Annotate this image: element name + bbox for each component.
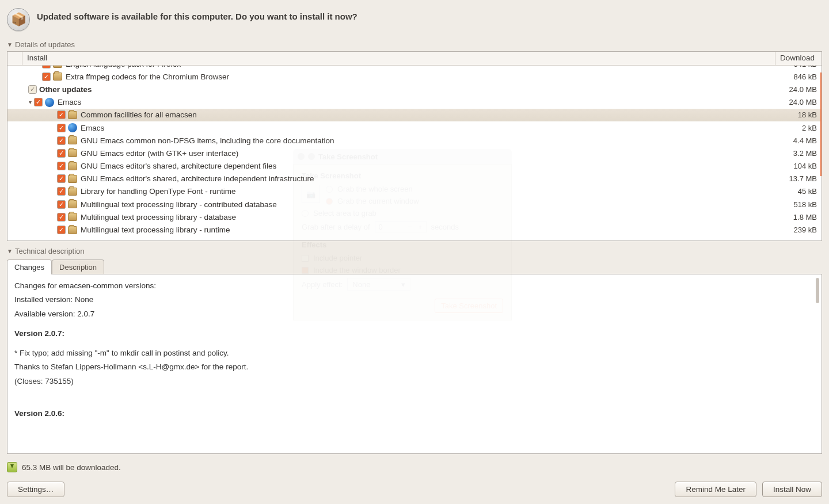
window-title: Updated software is available for this c… (37, 8, 358, 21)
update-row[interactable]: ✓GNU Emacs common non-DFSG items, includ… (7, 134, 820, 147)
update-label: Library for handling OpenType Font - run… (81, 187, 235, 196)
update-size: 1.8 MB (793, 213, 817, 222)
update-row[interactable]: ✓Multilingual text processing library - … (7, 198, 820, 211)
update-label: Emacs (81, 124, 104, 132)
update-label: Multilingual text processing library - c… (81, 200, 277, 209)
changes-line: * Fix typo; add missing "-m" to mkdir ca… (14, 348, 815, 359)
update-checkbox[interactable]: ✓ (57, 226, 66, 234)
remind-later-button[interactable]: Remind Me Later (675, 482, 756, 497)
col-download[interactable]: Download (775, 52, 822, 65)
update-size: 641 kB (794, 66, 817, 68)
details-disclosure[interactable]: ▼ Details of updates (7, 39, 822, 51)
update-checkbox[interactable]: ✓ (57, 174, 66, 183)
update-size: 3.2 MB (793, 149, 817, 158)
update-label: GNU Emacs editor's shared, architecture … (81, 174, 314, 183)
update-label: GNU Emacs editor's shared, architecture … (81, 162, 276, 170)
update-size: 18 kB (798, 110, 817, 119)
update-label: Multilingual text processing library - d… (81, 213, 236, 222)
details-label: Details of updates (15, 40, 75, 49)
tree-header: Install Download (7, 52, 822, 66)
expand-toggle[interactable]: ▾ (26, 99, 34, 105)
app-globe-icon (45, 98, 54, 107)
update-checkbox[interactable]: ✓ (57, 162, 66, 170)
tree-scrollbar[interactable] (820, 66, 822, 240)
update-checkbox[interactable]: ✓ (28, 85, 37, 94)
update-label: English language pack for Firefox (66, 66, 181, 68)
update-checkbox[interactable]: ✓ (42, 66, 51, 68)
tab-changes[interactable]: Changes (7, 259, 52, 274)
update-label: Extra ffmpeg codecs for the Chromium Bro… (66, 72, 229, 81)
update-label: Multilingual text processing library - r… (81, 226, 230, 234)
package-icon (68, 213, 77, 221)
update-label: GNU Emacs common non-DFSG items, includi… (81, 136, 334, 145)
changes-line: Thanks to Stefan Lippers-Hollmann <s.L-H… (14, 361, 815, 373)
update-checkbox[interactable]: ✓ (57, 136, 66, 145)
col-install[interactable]: Install (22, 52, 775, 65)
update-checkbox[interactable]: ✓ (57, 187, 66, 196)
update-size: 2 kB (802, 124, 817, 132)
update-size: 24.0 MB (789, 98, 817, 106)
tabs: Changes Description (7, 259, 822, 274)
software-updater-icon: 📦 (7, 8, 30, 31)
package-icon (68, 111, 77, 119)
changes-text: Changes for emacsen-common versions: Ins… (7, 274, 822, 454)
changes-line: (Closes: 735155) (14, 376, 815, 387)
update-size: 846 kB (794, 72, 817, 81)
col-checkbox[interactable] (7, 52, 22, 65)
update-label: Common facilities for all emacsen (81, 110, 197, 119)
update-size: 104 kB (794, 162, 817, 170)
update-row[interactable]: ✓Extra ffmpeg codecs for the Chromium Br… (7, 70, 820, 83)
chevron-down-icon: ▼ (7, 248, 13, 254)
update-checkbox[interactable]: ✓ (34, 98, 43, 106)
tech-disclosure[interactable]: ▼ Technical description (7, 246, 822, 258)
settings-button[interactable]: Settings… (7, 482, 64, 497)
update-row[interactable]: ✓Common facilities for all emacsen18 kB (7, 109, 820, 121)
update-row[interactable]: ✓GNU Emacs editor's shared, architecture… (7, 173, 820, 185)
update-checkbox[interactable]: ✓ (57, 124, 66, 132)
changes-line: Installed version: None (14, 294, 815, 306)
update-row[interactable]: ✓English language pack for Firefox641 kB (7, 66, 820, 70)
package-icon (68, 188, 77, 196)
chevron-down-icon: ▼ (7, 41, 13, 48)
update-checkbox[interactable]: ✓ (57, 213, 66, 222)
update-checkbox[interactable]: ✓ (42, 72, 51, 81)
package-icon (68, 162, 77, 170)
box-glyph-icon: 📦 (11, 12, 26, 27)
package-icon (68, 149, 77, 157)
update-row[interactable]: ▾✓Emacs24.0 MB (7, 96, 820, 109)
download-icon (7, 462, 17, 472)
update-checkbox[interactable]: ✓ (57, 110, 66, 119)
update-size: 518 kB (794, 200, 817, 209)
update-size: 13.7 MB (789, 174, 817, 183)
update-row[interactable]: ✓Multilingual text processing library - … (7, 223, 820, 236)
package-icon (68, 175, 77, 183)
package-icon (53, 72, 62, 81)
footer-download-size: 65.3 MB will be downloaded. (22, 463, 121, 472)
description-scrollbar[interactable] (816, 278, 819, 303)
tech-label: Technical description (15, 247, 85, 255)
update-checkbox[interactable]: ✓ (57, 200, 66, 209)
update-row[interactable]: ✓Multilingual text processing library - … (7, 211, 820, 223)
install-now-button[interactable]: Install Now (762, 482, 822, 497)
update-checkbox[interactable]: ✓ (57, 149, 66, 158)
update-size: 4.4 MB (793, 136, 817, 145)
update-label: GNU Emacs editor (with GTK+ user interfa… (81, 149, 238, 158)
update-size: 239 kB (794, 226, 817, 234)
changes-version: Version 2.0.7: (14, 328, 815, 339)
package-icon (68, 226, 77, 234)
update-label: Emacs (58, 98, 81, 106)
update-row[interactable]: ✓Emacs2 kB (7, 121, 820, 134)
update-size: 45 kB (798, 187, 817, 196)
app-globe-icon (68, 123, 77, 132)
tab-description[interactable]: Description (52, 259, 104, 274)
update-row[interactable]: ✓Library for handling OpenType Font - ru… (7, 185, 820, 198)
changes-version: Version 2.0.6: (14, 408, 815, 419)
update-size: 24.0 MB (789, 85, 817, 94)
update-row[interactable]: ✓GNU Emacs editor (with GTK+ user interf… (7, 147, 820, 159)
update-label: Other updates (39, 85, 92, 94)
package-icon (53, 66, 62, 68)
changes-line: Available version: 2.0.7 (14, 308, 815, 320)
update-row[interactable]: ✓GNU Emacs editor's shared, architecture… (7, 160, 820, 173)
package-icon (68, 136, 77, 144)
update-row[interactable]: ✓Other updates24.0 MB (7, 83, 820, 96)
